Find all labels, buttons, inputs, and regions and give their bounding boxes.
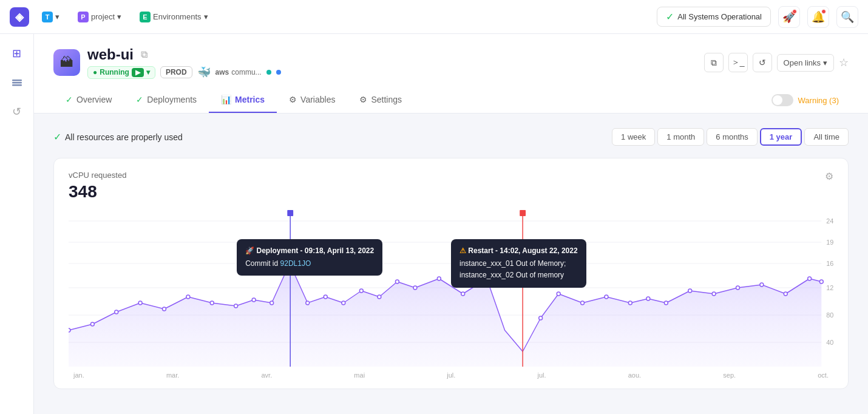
env-letter: E [140,12,151,22]
svg-point-35 [539,316,543,320]
terminal-button[interactable]: ＞_ [728,53,748,72]
svg-point-26 [324,295,327,299]
service-icon: 🏔 [53,49,80,76]
aws-badge: aws commu... [215,68,262,76]
deployments-check-icon: ✓ [136,95,143,104]
service-actions: ⧉ ＞_ ↺ Open links ▾ ☆ [704,53,849,72]
svg-point-32 [437,277,441,280]
svg-point-43 [712,292,716,296]
svg-point-39 [628,301,632,305]
vcpu-chart-svg: 2400 1900 1600 1200 800 400 [69,209,833,367]
x-label-mar: mar. [166,372,179,379]
resource-status-text: All resources are properly used [65,132,183,142]
sidebar-item-history[interactable]: ↺ [5,100,29,124]
tab-variables-label: Variables [300,95,335,104]
twitter-chevron: ▾ [55,12,59,21]
notifications-button[interactable]: 🔔 [807,6,829,28]
svg-point-37 [581,301,585,305]
tab-variables[interactable]: ⚙ Variables [277,87,347,113]
launch-button[interactable]: 🚀 [778,6,800,28]
svg-point-24 [270,301,274,305]
filter-1year[interactable]: 1 year [760,128,802,146]
tab-settings[interactable]: ⚙ Settings [347,87,414,113]
svg-rect-0 [12,80,22,81]
x-label-aou: aou. [628,372,641,379]
open-links-button[interactable]: Open links ▾ [777,54,834,72]
chart-title: vCPU requested [69,171,126,180]
x-axis-labels: jan. mar. avr. mai jul. jul. aou. sep. o… [69,369,833,379]
filter-1week[interactable]: 1 week [612,128,655,146]
favorite-star[interactable]: ☆ [839,56,849,69]
svg-point-28 [359,289,363,293]
svg-point-45 [760,283,764,287]
x-label-jul1: jul. [447,372,455,379]
filter-alltime[interactable]: All time [804,128,849,146]
svg-text:1900: 1900 [826,239,833,246]
svg-point-22 [234,304,238,308]
vcpu-chart-card: vCPU requested 348 ⚙ [53,158,849,389]
warning-label: Warning (3) [798,96,839,105]
svg-point-48 [819,280,823,283]
x-label-avr: avr. [261,372,272,379]
svg-text:400: 400 [826,339,833,346]
chart-area: 2400 1900 1600 1200 800 400 [69,209,833,369]
env-selector[interactable]: E Environments ▾ [134,8,213,25]
cloud-icon: 🐳 [197,66,211,79]
running-check: ● [93,68,97,76]
play-icon[interactable]: ▶ [132,68,144,77]
tab-deployments[interactable]: ✓ Deployments [124,87,209,113]
search-button[interactable]: 🔍 [836,6,858,28]
filter-6months[interactable]: 6 months [707,128,757,146]
refresh-button[interactable]: ↺ [753,53,772,72]
svg-rect-1 [12,82,22,84]
sidebar-item-dashboard[interactable]: ⊞ [5,41,29,66]
copy-action-button[interactable]: ⧉ [704,53,724,72]
svg-text:1600: 1600 [826,260,833,267]
project-chevron: ▾ [117,12,121,21]
tab-metrics[interactable]: 📊 Metrics [209,87,277,113]
topnav: ◈ T ▾ P project ▾ E Environments ▾ ✓ All… [0,0,868,34]
svg-rect-49 [287,210,293,216]
twitter-letter: T [42,12,53,22]
project-selector[interactable]: P project ▾ [72,8,127,25]
x-label-jul2: jul. [537,372,546,379]
x-label-sep: sep. [723,372,736,379]
svg-point-41 [664,301,668,305]
copy-icon[interactable]: ⧉ [141,49,147,60]
chart-settings-icon[interactable]: ⚙ [825,171,833,182]
svg-point-23 [252,298,256,302]
app-logo[interactable]: ◈ [10,7,29,27]
svg-point-34 [485,277,489,280]
variables-gear-icon: ⚙ [289,95,297,104]
toggle-thumb [773,95,782,105]
svg-text:1200: 1200 [826,284,833,291]
svg-point-31 [413,286,417,290]
tab-overview[interactable]: ✓ Overview [53,87,124,113]
sidebar-item-layers[interactable] [5,70,29,95]
svg-point-16 [90,322,94,326]
status-dot-2 [276,70,281,75]
twitter-selector[interactable]: T ▾ [36,8,65,25]
svg-point-25 [306,301,310,305]
metrics-chart-icon: 📊 [221,95,231,104]
svg-point-44 [736,286,740,290]
svg-point-38 [605,295,608,299]
svg-point-42 [688,289,692,293]
status-dot-1 [266,70,271,75]
tab-deployments-label: Deployments [147,95,197,104]
tab-overview-label: Overview [76,95,112,104]
svg-point-20 [186,295,190,299]
filter-1month[interactable]: 1 month [657,128,704,146]
svg-text:2400: 2400 [826,217,833,225]
env-label: Environments [153,12,201,21]
resource-status: ✓ All resources are properly used [53,131,183,143]
tab-settings-label: Settings [371,95,402,104]
svg-point-40 [646,297,650,300]
main-content: 🏔 web-ui ⧉ ● Running ▶ ▾ PROD [34,34,868,414]
open-links-chevron: ▾ [823,58,827,67]
svg-point-15 [69,328,70,332]
warning-toggle[interactable] [771,94,793,106]
resource-check-icon: ✓ [53,131,61,143]
metrics-top-row: ✓ All resources are properly used 1 week… [53,128,849,146]
svg-point-17 [115,310,118,314]
